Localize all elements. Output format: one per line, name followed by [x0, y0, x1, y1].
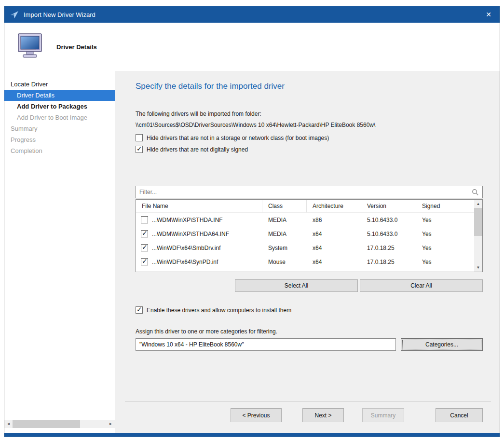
column-header-architecture[interactable]: Architecture	[307, 200, 361, 212]
hide-unsigned-row: Hide drivers that are not digitally sign…	[136, 146, 483, 153]
class-cell: Mouse	[262, 259, 307, 265]
titlebar[interactable]: Import New Driver Wizard ✕	[4, 6, 500, 23]
scroll-up-icon[interactable]: ▲	[474, 200, 482, 208]
class-cell: MEDIA	[262, 217, 307, 223]
row-checkbox[interactable]	[141, 230, 148, 237]
file-name-cell: ...WinWDF\x64\SynPD.inf	[136, 258, 262, 265]
file-name-text: ...WinWDF\x64\SmbDrv.inf	[152, 245, 220, 251]
file-name-cell: ...WDM\WinXP\STHDA64.INF	[136, 230, 262, 237]
select-all-button[interactable]: Select All	[235, 279, 358, 292]
architecture-cell: x86	[307, 217, 361, 223]
page-heading: Specify the details for the imported dri…	[136, 82, 483, 91]
column-header-class[interactable]: Class	[262, 200, 307, 212]
categories-button[interactable]: Categories...	[401, 338, 483, 351]
computer-monitor-icon	[15, 33, 46, 61]
driver-table-body: File Name Class Architecture Version Sig…	[136, 200, 474, 272]
driver-table: File Name Class Architecture Version Sig…	[136, 199, 483, 272]
table-row[interactable]: ...WinWDF\x64\SmbDrv.inf System x64 17.0…	[136, 241, 474, 255]
sidebar-item-add-driver-to-boot-image: Add Driver to Boot Image	[4, 112, 115, 123]
enable-drivers-label: Enable these drivers and allow computers…	[147, 307, 291, 314]
version-cell: 17.0.18.25	[361, 259, 416, 265]
next-button[interactable]: Next >	[302, 408, 344, 422]
table-header: File Name Class Architecture Version Sig…	[136, 200, 474, 213]
previous-button[interactable]: < Previous	[231, 408, 282, 422]
scroll-down-icon[interactable]: ▼	[474, 263, 482, 272]
table-row[interactable]: ...WinWDF\x64\SynPD.inf Mouse x64 17.0.1…	[136, 255, 474, 269]
file-name-text: ...WDM\WinXP\STHDA.INF	[152, 217, 223, 223]
file-name-text: ...WinWDF\x64\SynPD.inf	[152, 259, 218, 265]
hide-unsigned-checkbox[interactable]	[136, 146, 143, 153]
folder-path: \\cm01\Sources$\OSD\DriverSources\Window…	[136, 122, 483, 128]
sidebar-item-progress: Progress	[4, 134, 115, 145]
sidebar-item-add-driver-to-packages[interactable]: Add Driver to Packages	[4, 101, 115, 112]
summary-button: Summary	[362, 408, 404, 422]
table-row[interactable]: ...WDM\WinXP\STHDA.INF MEDIA x86 5.10.64…	[136, 213, 474, 227]
signed-cell: Yes	[416, 231, 474, 237]
wizard-icon	[10, 10, 19, 19]
list-buttons-row: Select All Clear All	[136, 279, 483, 292]
scrollbar-thumb[interactable]	[474, 208, 482, 236]
filter-box	[136, 186, 483, 198]
category-row: Categories...	[136, 338, 483, 351]
sidebar-item-driver-details[interactable]: Driver Details	[4, 90, 115, 101]
sidebar-item-locate-driver[interactable]: Locate Driver	[4, 79, 115, 90]
signed-cell: Yes	[416, 217, 474, 223]
page-header: Driver Details	[4, 23, 500, 71]
close-button[interactable]: ✕	[477, 6, 500, 23]
hide-storage-row: Hide drivers that are not in a storage o…	[136, 134, 483, 141]
file-name-cell: ...WinWDF\x64\SmbDrv.inf	[136, 244, 262, 251]
enable-drivers-row: Enable these drivers and allow computers…	[136, 306, 483, 314]
row-checkbox[interactable]	[141, 258, 148, 265]
search-icon	[472, 189, 479, 196]
scrollbar-track[interactable]	[13, 420, 107, 428]
signed-cell: Yes	[416, 245, 474, 251]
version-cell: 5.10.6433.0	[361, 231, 416, 237]
table-row[interactable]: ...WDM\WinXP\STHDA64.INF MEDIA x64 5.10.…	[136, 227, 474, 241]
column-header-version[interactable]: Version	[361, 200, 416, 212]
file-name-text: ...WDM\WinXP\STHDA64.INF	[152, 231, 229, 237]
row-checkbox[interactable]	[141, 216, 148, 223]
architecture-cell: x64	[307, 245, 361, 251]
scroll-left-icon[interactable]: ◄	[4, 420, 13, 428]
wizard-window: Import New Driver Wizard ✕ Driver Detail…	[4, 6, 500, 437]
class-cell: MEDIA	[262, 231, 307, 237]
row-checkbox[interactable]	[141, 244, 148, 251]
signed-cell: Yes	[416, 259, 474, 265]
sidebar-item-summary: Summary	[4, 123, 115, 134]
column-header-signed[interactable]: Signed	[416, 200, 474, 212]
cancel-button[interactable]: Cancel	[436, 408, 483, 422]
main-area: Locate Driver Driver Details Add Driver …	[4, 71, 500, 433]
assign-category-label: Assign this driver to one or more catego…	[136, 328, 483, 335]
hide-storage-label: Hide drivers that are not in a storage o…	[147, 135, 329, 141]
version-cell: 5.10.6433.0	[361, 217, 416, 223]
category-input[interactable]	[136, 338, 396, 351]
filter-input[interactable]	[136, 186, 482, 198]
close-icon: ✕	[486, 11, 491, 18]
scrollbar-thumb[interactable]	[13, 420, 80, 428]
class-cell: System	[262, 245, 307, 251]
sidebar-item-completion: Completion	[4, 145, 115, 156]
enable-drivers-checkbox[interactable]	[136, 306, 143, 314]
folder-label: The following drivers will be imported f…	[136, 110, 483, 117]
window-title: Import New Driver Wizard	[24, 11, 95, 18]
page-title: Driver Details	[56, 43, 97, 51]
hide-unsigned-label: Hide drivers that are not digitally sign…	[147, 146, 248, 153]
content-pane: Specify the details for the imported dri…	[115, 71, 500, 433]
file-name-cell: ...WDM\WinXP\STHDA.INF	[136, 216, 262, 223]
architecture-cell: x64	[307, 231, 361, 237]
hide-storage-checkbox[interactable]	[136, 134, 143, 141]
architecture-cell: x64	[307, 259, 361, 265]
sidebar: Locate Driver Driver Details Add Driver …	[4, 71, 115, 433]
table-vertical-scrollbar[interactable]: ▲ ▼	[474, 200, 482, 272]
bottom-accent-bar	[4, 433, 500, 437]
column-header-file-name[interactable]: File Name	[136, 200, 262, 212]
sidebar-horizontal-scrollbar[interactable]: ◄ ►	[4, 420, 115, 428]
version-cell: 17.0.18.25	[361, 245, 416, 251]
scroll-right-icon[interactable]: ►	[107, 420, 115, 428]
footer-button-bar: < Previous Next > Summary Cancel	[125, 401, 491, 422]
clear-all-button[interactable]: Clear All	[360, 279, 483, 292]
